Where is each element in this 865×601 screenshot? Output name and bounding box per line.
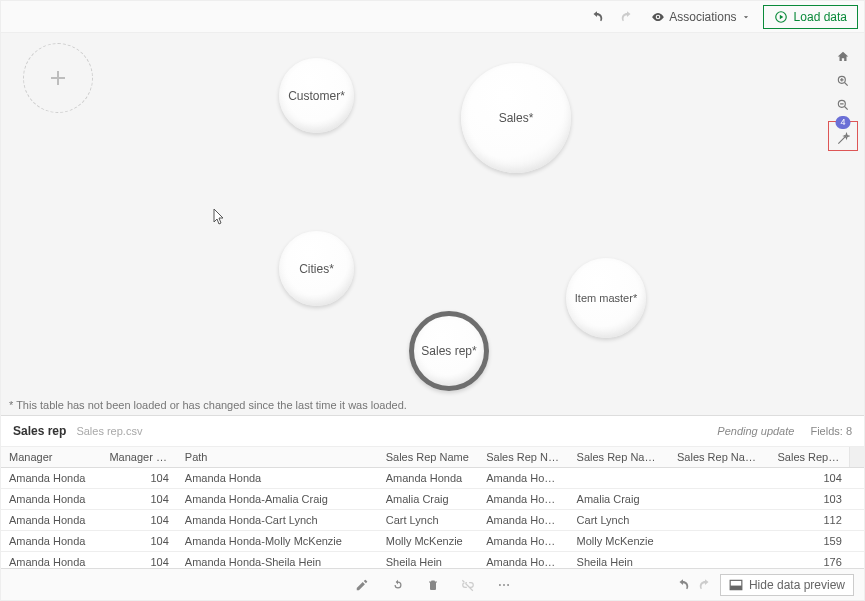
delete-button[interactable] (427, 578, 439, 592)
table-cell: Amanda Honda-Cart Lynch (177, 510, 378, 531)
zoom-in-icon (836, 74, 850, 88)
undo-button[interactable] (585, 5, 609, 29)
bottom-right-actions: Hide data preview (676, 574, 854, 596)
zoom-out-button[interactable] (831, 93, 855, 117)
scrollbar-gutter-cell (850, 552, 864, 569)
svg-point-4 (503, 584, 505, 586)
table-cell: Amalia Craig (569, 489, 669, 510)
table-row[interactable]: Amanda Honda104Amanda HondaAmanda HondaA… (1, 468, 864, 489)
bubble-label: Item master* (575, 292, 637, 304)
undo-preview-button[interactable] (676, 578, 690, 592)
col-path[interactable]: Path (177, 447, 378, 468)
recommendations-button[interactable]: 4 (828, 121, 858, 151)
associations-canvas[interactable]: Customer* Sales* Cities* Sales rep* Item… (1, 33, 864, 415)
chevron-down-icon (741, 12, 751, 22)
table-cell: Amanda Honda (1, 468, 101, 489)
zoom-in-button[interactable] (831, 69, 855, 93)
panel-icon (729, 579, 743, 591)
col-rep-id[interactable]: Sales Rep ID (769, 447, 849, 468)
hide-preview-button[interactable]: Hide data preview (720, 574, 854, 596)
table-cell (669, 510, 769, 531)
preview-header: Sales rep Sales rep.csv Pending update F… (1, 415, 864, 447)
col-manager-num[interactable]: Manager Nu… (101, 447, 176, 468)
magic-wand-icon (836, 132, 850, 146)
redo-button (615, 5, 639, 29)
table-cell: Sheila Hein (378, 552, 478, 569)
trash-icon (427, 578, 439, 592)
preview-filename: Sales rep.csv (76, 425, 142, 437)
home-icon (836, 50, 850, 64)
redo-icon (698, 578, 712, 592)
associations-label: Associations (669, 10, 736, 24)
redo-preview-button (698, 578, 712, 592)
table-row[interactable]: Amanda Honda104Amanda Honda-Sheila HeinS… (1, 552, 864, 569)
table-cell: 159 (769, 531, 849, 552)
table-cell (669, 531, 769, 552)
bubble-item-master[interactable]: Item master* (566, 258, 646, 338)
col-manager[interactable]: Manager (1, 447, 101, 468)
home-button[interactable] (831, 45, 855, 69)
table-cell: Amanda Honda-Amalia Craig (177, 489, 378, 510)
table-cell: 104 (769, 468, 849, 489)
bubble-label: Cities* (299, 262, 334, 276)
table-cell: Amanda Honda (478, 531, 568, 552)
unlink-icon (461, 578, 475, 592)
eye-icon (651, 10, 665, 24)
table-cell: Amanda Honda (478, 552, 568, 569)
reload-button[interactable] (391, 578, 405, 592)
more-button[interactable] (497, 578, 511, 592)
bottom-toolbar: Hide data preview (1, 568, 864, 600)
zoom-out-icon (836, 98, 850, 112)
col-rep-name1[interactable]: Sales Rep Name1 (478, 447, 568, 468)
col-rep-name[interactable]: Sales Rep Name (378, 447, 478, 468)
app-root: Associations Load data Customer* Sales* … (0, 0, 865, 601)
undo-icon (676, 578, 690, 592)
table-row[interactable]: Amanda Honda104Amanda Honda-Molly McKenz… (1, 531, 864, 552)
table-cell: Amanda Honda (478, 510, 568, 531)
table-cell: 104 (101, 468, 176, 489)
more-icon (497, 578, 511, 592)
table-cell: 104 (101, 489, 176, 510)
table-row[interactable]: Amanda Honda104Amanda Honda-Cart LynchCa… (1, 510, 864, 531)
table-cell: 176 (769, 552, 849, 569)
scrollbar-gutter-cell (850, 489, 864, 510)
pencil-icon (355, 578, 369, 592)
scrollbar-gutter-cell (850, 531, 864, 552)
canvas-footnote: * This table has not been loaded or has … (9, 399, 407, 411)
recommendations-count: 4 (835, 116, 850, 129)
table-cell: Sheila Hein (569, 552, 669, 569)
associations-dropdown[interactable]: Associations (645, 5, 756, 29)
refresh-icon (391, 578, 405, 592)
edit-button[interactable] (355, 578, 369, 592)
table-cell: 104 (101, 552, 176, 569)
add-table-button[interactable] (23, 43, 93, 113)
cursor-icon (213, 208, 227, 226)
bubble-sales[interactable]: Sales* (461, 63, 571, 173)
bubble-customer[interactable]: Customer* (279, 58, 354, 133)
bubble-label: Sales rep* (421, 344, 476, 358)
bottom-center-actions (355, 578, 511, 592)
bubble-cities[interactable]: Cities* (279, 231, 354, 306)
table-cell: Amanda Honda (1, 531, 101, 552)
table-cell: Amanda Honda (1, 552, 101, 569)
table-cell: Amanda Honda (177, 468, 378, 489)
table-cell: Amanda Honda-Sheila Hein (177, 552, 378, 569)
table-cell: Cart Lynch (569, 510, 669, 531)
redo-icon (620, 10, 634, 24)
table-row[interactable]: Amanda Honda104Amanda Honda-Amalia Craig… (1, 489, 864, 510)
col-rep-name2[interactable]: Sales Rep Name2 (569, 447, 669, 468)
table-cell: Amanda Honda (478, 468, 568, 489)
preview-fields-count: Fields: 8 (810, 425, 852, 437)
table-cell: Amanda Honda (378, 468, 478, 489)
scrollbar-gutter (850, 447, 864, 468)
table-cell: 103 (769, 489, 849, 510)
load-data-button[interactable]: Load data (763, 5, 858, 29)
col-rep-name3[interactable]: Sales Rep Name3 (669, 447, 769, 468)
table-cell: Amanda Honda (1, 489, 101, 510)
load-data-label: Load data (794, 10, 847, 24)
table-cell (569, 468, 669, 489)
unlink-button (461, 578, 475, 592)
bubble-sales-rep[interactable]: Sales rep* (409, 311, 489, 391)
table-cell: Amanda Honda (1, 510, 101, 531)
hide-preview-label: Hide data preview (749, 578, 845, 592)
